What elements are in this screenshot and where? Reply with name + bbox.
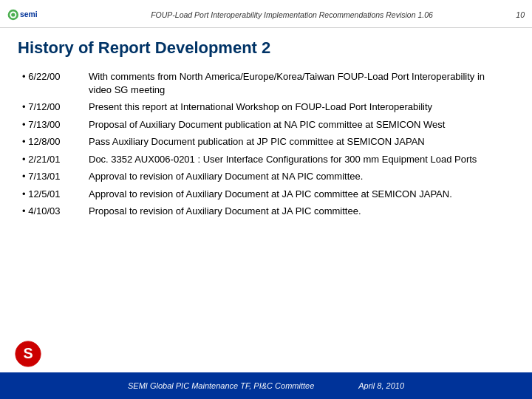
footer-right-text: April 8, 2010: [358, 381, 404, 390]
bottom-logo: S: [15, 341, 41, 369]
history-row: • 2/21/01Doc. 3352 AUX006-0201 : User In…: [18, 151, 514, 168]
history-row: • 6/22/00With comments from North Americ…: [18, 68, 514, 98]
history-table: • 6/22/00With comments from North Americ…: [18, 68, 514, 220]
svg-text:S: S: [23, 345, 33, 361]
history-description: Present this report at International Wor…: [84, 98, 514, 116]
history-row: • 7/13/01Approval to revision of Auxilia…: [18, 168, 514, 185]
history-date: • 7/13/01: [18, 168, 84, 185]
history-description: Proposal to revision of Auxiliary Docume…: [84, 202, 514, 220]
history-date: • 12/5/01: [18, 185, 84, 203]
history-row: • 12/8/00Pass Auxiliary Document publica…: [18, 133, 514, 151]
history-description: Proposal of Auxiliary Document publicati…: [84, 116, 514, 134]
history-row: • 7/12/00Present this report at Internat…: [18, 98, 514, 116]
footer-left-text: SEMI Global PIC Maintenance TF, PI&C Com…: [128, 381, 314, 390]
history-date: • 2/21/01: [18, 151, 84, 168]
history-date: • 4/10/03: [18, 202, 84, 220]
page-number: 10: [510, 10, 525, 19]
main-content: History of Report Development 2 • 6/22/0…: [0, 28, 532, 228]
semi-s-icon: S: [15, 341, 41, 367]
history-date: • 6/22/00: [18, 68, 84, 98]
history-body: • 6/22/00With comments from North Americ…: [18, 68, 514, 220]
semi-logo: semi: [7, 4, 46, 25]
svg-point-2: [11, 13, 15, 16]
history-description: Approval to revision of Auxiliary Docume…: [84, 168, 514, 185]
history-description: Pass Auxiliary Document publication at J…: [84, 133, 514, 151]
header-title: FOUP-Load Port Interoperability Implemen…: [74, 10, 510, 19]
footer: SEMI Global PIC Maintenance TF, PI&C Com…: [0, 372, 532, 399]
slide-title: History of Report Development 2: [18, 38, 514, 58]
history-description: With comments from North America/Europe/…: [84, 68, 514, 98]
history-row: • 4/10/03Proposal to revision of Auxilia…: [18, 202, 514, 220]
history-row: • 12/5/01Approval to revision of Auxilia…: [18, 185, 514, 203]
svg-text:semi: semi: [20, 10, 38, 18]
header: semi FOUP-Load Port Interoperability Imp…: [0, 0, 532, 28]
history-description: Approval to revision of Auxiliary Docume…: [84, 185, 514, 203]
history-row: • 7/13/00Proposal of Auxiliary Document …: [18, 116, 514, 134]
history-date: • 12/8/00: [18, 133, 84, 151]
history-date: • 7/13/00: [18, 116, 84, 134]
history-date: • 7/12/00: [18, 98, 84, 116]
history-description: Doc. 3352 AUX006-0201 : User Interface C…: [84, 151, 514, 168]
logo-area: semi: [7, 4, 74, 25]
